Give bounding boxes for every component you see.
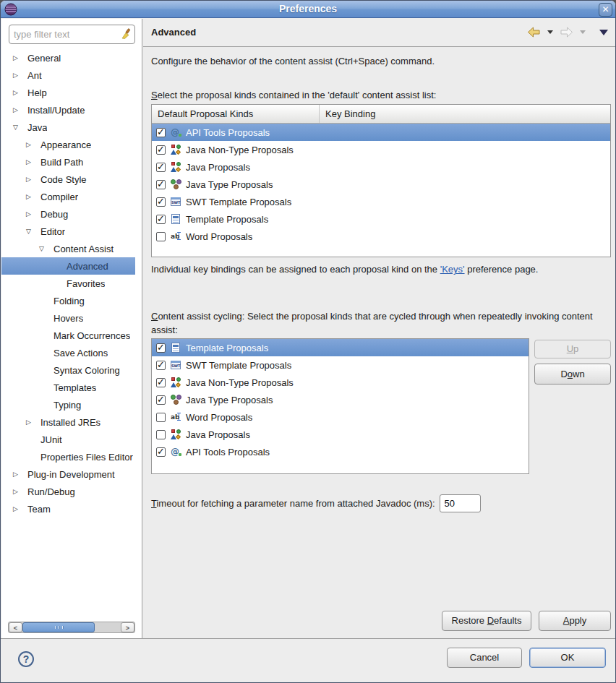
tree-item-run-debug[interactable]: ▷Run/Debug (1, 483, 135, 500)
tree-item-java[interactable]: ▽Java (1, 119, 135, 136)
checkbox-checked[interactable] (156, 378, 166, 387)
tree-item-junit[interactable]: JUnit (1, 431, 135, 448)
chevron-collapsed-icon[interactable]: ▷ (12, 505, 27, 512)
proposal-row-api-tools-proposals[interactable]: @API Tools Proposals (152, 124, 610, 141)
checkbox-checked[interactable] (156, 128, 166, 137)
help-icon[interactable]: ? (18, 651, 34, 667)
checkbox-checked[interactable] (156, 215, 166, 224)
up-button[interactable]: Up (534, 340, 611, 358)
proposal-row-java-proposals[interactable]: Java Proposals (152, 426, 529, 443)
checkbox-unchecked[interactable] (156, 430, 166, 439)
title-bar[interactable]: Preferences ✕ (1, 1, 615, 18)
tree-item-ant[interactable]: ▷Ant (1, 66, 135, 84)
column-default-proposal-kinds[interactable]: Default Proposal Kinds (152, 105, 320, 123)
tree-item-syntax-coloring[interactable]: Syntax Coloring (1, 361, 135, 379)
proposal-row-template-proposals[interactable]: Template Proposals (152, 339, 529, 356)
chevron-collapsed-icon[interactable]: ▷ (25, 193, 40, 200)
filter-input[interactable] (9, 29, 121, 40)
tree-item-help[interactable]: ▷Help (1, 84, 135, 101)
close-button[interactable]: ✕ (599, 3, 612, 17)
proposal-row-java-type-proposals[interactable]: Java Type Proposals (152, 391, 529, 408)
proposal-row-template-proposals[interactable]: Template Proposals (152, 210, 610, 228)
chevron-collapsed-icon[interactable]: ▷ (12, 488, 27, 495)
tree-item-favorites[interactable]: Favorites (1, 275, 135, 292)
keys-link[interactable]: 'Keys' (440, 264, 465, 275)
scroll-right-icon[interactable]: > (121, 622, 134, 632)
chevron-expanded-icon[interactable]: ▽ (25, 228, 40, 235)
chevron-expanded-icon[interactable]: ▽ (12, 124, 27, 131)
column-key-binding[interactable]: Key Binding (320, 108, 375, 119)
tree-item-typing[interactable]: Typing (1, 396, 135, 413)
tree-item-hovers[interactable]: Hovers (1, 309, 135, 327)
checkbox-checked[interactable] (156, 395, 166, 405)
forward-history-chevron-icon[interactable] (580, 30, 586, 34)
checkbox-checked[interactable] (156, 180, 166, 189)
proposal-row-java-non-type-proposals[interactable]: Java Non-Type Proposals (152, 374, 529, 391)
chevron-collapsed-icon[interactable]: ▷ (25, 210, 40, 218)
tree-item-team[interactable]: ▷Team (1, 500, 135, 517)
apply-button[interactable]: Apply (539, 611, 611, 631)
tree-item-templates[interactable]: Templates (1, 379, 135, 396)
back-history-chevron-icon[interactable] (547, 30, 553, 34)
chevron-collapsed-icon[interactable]: ▷ (12, 471, 27, 478)
checkbox-checked[interactable] (156, 361, 166, 370)
tree-item-debug[interactable]: ▷Debug (1, 205, 135, 223)
checkbox-unchecked[interactable] (156, 413, 166, 422)
forward-arrow-icon[interactable] (560, 27, 573, 38)
tree-item-plug-in-development[interactable]: ▷Plug-in Development (1, 465, 135, 483)
main-panel: Advanced Configure the behavior of the c… (143, 19, 615, 638)
proposal-label: Java Non-Type Proposals (186, 145, 294, 155)
checkbox-checked[interactable] (156, 145, 166, 155)
timeout-input[interactable] (440, 494, 481, 512)
chevron-collapsed-icon[interactable]: ▷ (12, 106, 27, 113)
tree-item-code-style[interactable]: ▷Code Style (1, 171, 135, 188)
tree-item-install-update[interactable]: ▷Install/Update (1, 101, 135, 119)
tree-item-content-assist[interactable]: ▽Content Assist (1, 240, 135, 257)
tree-item-properties-files-editor[interactable]: Properties Files Editor (1, 448, 135, 465)
chevron-collapsed-icon[interactable]: ▷ (25, 158, 40, 166)
tree-item-installed-jres[interactable]: ▷Installed JREs (1, 413, 135, 431)
tree-item-appearance[interactable]: ▷Appearance (1, 136, 135, 153)
tree-item-mark-occurrences[interactable]: Mark Occurrences (1, 327, 135, 344)
tree-item-editor[interactable]: ▽Editor (1, 223, 135, 240)
cancel-button[interactable]: Cancel (447, 648, 522, 668)
scrollbar-track[interactable] (95, 622, 121, 632)
chevron-collapsed-icon[interactable]: ▷ (12, 72, 27, 79)
proposal-row-java-proposals[interactable]: Java Proposals (152, 158, 610, 176)
tree-item-advanced[interactable]: Advanced (1, 257, 135, 275)
tree-item-folding[interactable]: Folding (1, 292, 135, 309)
checkbox-checked[interactable] (156, 343, 166, 353)
proposal-row-swt-template-proposals[interactable]: SWTSWT Template Proposals (152, 356, 529, 374)
clear-filter-broom-icon[interactable] (121, 28, 132, 41)
tree-item-general[interactable]: ▷General (1, 49, 135, 66)
ok-button[interactable]: OK (529, 648, 606, 668)
tree-item-label: General (27, 53, 61, 64)
scroll-left-icon[interactable]: < (9, 622, 22, 632)
view-menu-icon[interactable] (599, 30, 608, 35)
back-arrow-icon[interactable] (527, 27, 541, 38)
down-button[interactable]: Down (534, 364, 611, 385)
restore-defaults-button[interactable]: Restore Defaults (442, 611, 531, 631)
checkbox-checked[interactable] (156, 163, 166, 172)
checkbox-unchecked[interactable] (156, 232, 166, 241)
tree-horizontal-scrollbar[interactable]: < > (8, 622, 135, 633)
chevron-collapsed-icon[interactable]: ▷ (25, 418, 40, 426)
chevron-collapsed-icon[interactable]: ▷ (25, 176, 40, 183)
tree-item-label: Hovers (54, 313, 83, 324)
tree-item-compiler[interactable]: ▷Compiler (1, 188, 135, 205)
chevron-expanded-icon[interactable]: ▽ (38, 245, 54, 252)
chevron-collapsed-icon[interactable]: ▷ (12, 54, 27, 61)
proposal-row-word-proposals[interactable]: abWord Proposals (152, 228, 610, 245)
chevron-collapsed-icon[interactable]: ▷ (25, 141, 40, 148)
scrollbar-thumb[interactable] (22, 622, 95, 632)
tree-item-save-actions[interactable]: Save Actions (1, 344, 135, 361)
proposal-row-swt-template-proposals[interactable]: SWTSWT Template Proposals (152, 193, 610, 210)
proposal-row-api-tools-proposals[interactable]: @API Tools Proposals (152, 443, 529, 460)
proposal-row-word-proposals[interactable]: abWord Proposals (152, 408, 529, 426)
chevron-collapsed-icon[interactable]: ▷ (12, 89, 27, 96)
checkbox-checked[interactable] (156, 197, 166, 207)
proposal-row-java-type-proposals[interactable]: Java Type Proposals (152, 176, 610, 193)
tree-item-build-path[interactable]: ▷Build Path (1, 153, 135, 171)
checkbox-checked[interactable] (156, 447, 166, 457)
proposal-row-java-non-type-proposals[interactable]: Java Non-Type Proposals (152, 141, 610, 158)
